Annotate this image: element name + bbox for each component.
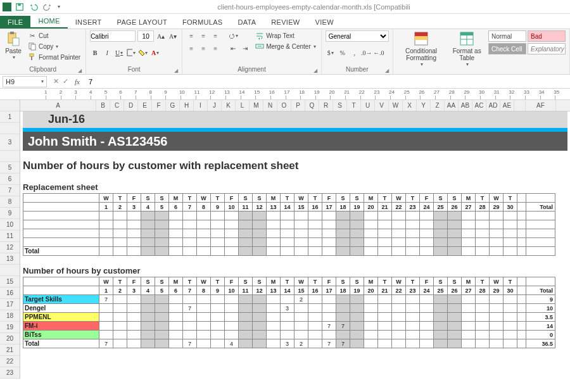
font-color-button[interactable]: A▾: [150, 47, 160, 58]
orientation-icon[interactable]: ⭯▾: [228, 30, 238, 41]
align-middle-icon[interactable]: ≡: [198, 30, 208, 41]
row-header[interactable]: 15: [0, 276, 20, 288]
align-center-icon[interactable]: ≡: [198, 43, 208, 53]
font-name-input[interactable]: [90, 30, 136, 42]
row-header[interactable]: 17: [0, 299, 20, 310]
format-painter-button[interactable]: Format Painter: [27, 52, 82, 62]
cut-button[interactable]: ✂Cut: [27, 30, 82, 41]
font-size-input[interactable]: [137, 30, 154, 42]
accounting-format-icon[interactable]: $▾: [326, 47, 336, 58]
column-header[interactable]: W: [389, 100, 403, 111]
worksheet-content[interactable]: ABCDEFGHIJKLMNOPQRSTUVWXYZAAABACADAEAF J…: [20, 100, 570, 379]
decrease-decimal-icon[interactable]: ←.0: [374, 47, 384, 58]
cancel-formula-icon[interactable]: ✕: [53, 77, 59, 85]
row-header[interactable]: 7: [0, 185, 20, 196]
save-icon[interactable]: [15, 3, 24, 11]
row-header[interactable]: 9: [0, 208, 20, 219]
column-header[interactable]: AC: [472, 100, 486, 111]
formula-input[interactable]: [86, 76, 570, 87]
column-header[interactable]: X: [403, 100, 417, 111]
column-header[interactable]: N: [263, 100, 277, 111]
row-header[interactable]: 5: [0, 162, 20, 174]
tab-page-layout[interactable]: PAGE LAYOUT: [110, 16, 175, 28]
redo-icon[interactable]: [43, 3, 52, 11]
row-header[interactable]: 18: [0, 310, 20, 322]
column-header[interactable]: AA: [445, 100, 459, 111]
align-top-icon[interactable]: ≡: [186, 30, 196, 41]
column-header[interactable]: E: [138, 100, 152, 111]
column-header[interactable]: K: [222, 100, 236, 111]
row-header[interactable]: 21: [0, 345, 20, 356]
tab-data[interactable]: DATA: [230, 16, 263, 28]
font-dialog-launcher-icon[interactable]: ◢: [174, 68, 178, 73]
number-dialog-launcher-icon[interactable]: ◢: [385, 68, 389, 73]
fx-icon[interactable]: fx: [72, 78, 82, 85]
alignment-dialog-launcher-icon[interactable]: ◢: [314, 68, 317, 73]
merge-center-button[interactable]: Merge & Center▾: [254, 41, 317, 51]
column-header[interactable]: R: [319, 100, 333, 111]
row-header[interactable]: 8: [0, 196, 20, 208]
enter-formula-icon[interactable]: ✓: [63, 77, 68, 85]
tab-home[interactable]: HOME: [30, 15, 67, 28]
column-header[interactable]: C: [110, 100, 124, 111]
increase-indent-icon[interactable]: ⇥: [240, 43, 250, 53]
format-as-table-button[interactable]: Format as Table▾: [449, 30, 484, 68]
column-header[interactable]: S: [333, 100, 347, 111]
column-header[interactable]: F: [152, 100, 166, 111]
increase-decimal-icon[interactable]: .0→: [362, 47, 372, 58]
row-header[interactable]: 6: [0, 174, 20, 185]
column-header[interactable]: AF: [526, 100, 556, 111]
column-header[interactable]: U: [361, 100, 375, 111]
align-bottom-icon[interactable]: ≡: [210, 30, 220, 41]
row-header[interactable]: 22: [0, 356, 20, 367]
increase-font-icon[interactable]: A▴: [156, 31, 166, 41]
tab-review[interactable]: REVIEW: [263, 16, 307, 28]
tab-formulas[interactable]: FORMULAS: [175, 16, 231, 28]
tab-file[interactable]: FILE: [0, 16, 30, 28]
column-header[interactable]: T: [347, 100, 361, 111]
bold-button[interactable]: B: [90, 47, 100, 58]
column-header[interactable]: O: [277, 100, 291, 111]
row-header[interactable]: 11: [0, 231, 20, 242]
column-header[interactable]: A: [20, 100, 96, 111]
percent-format-icon[interactable]: %: [338, 47, 348, 58]
fill-color-button[interactable]: ▾: [138, 47, 148, 58]
style-check-cell[interactable]: Check Cell: [488, 43, 526, 54]
row-header[interactable]: 1: [0, 111, 20, 123]
name-box-dropdown-icon[interactable]: ▾: [41, 79, 44, 84]
row-header[interactable]: 10: [0, 219, 20, 231]
row-header[interactable]: 16: [0, 288, 20, 299]
column-header[interactable]: Y: [417, 100, 431, 111]
decrease-font-icon[interactable]: A▾: [168, 31, 178, 41]
align-right-icon[interactable]: ≡: [210, 43, 220, 53]
conditional-formatting-button[interactable]: Conditional Formatting▾: [397, 30, 446, 68]
borders-button[interactable]: ▾: [126, 47, 136, 58]
row-header[interactable]: 12: [0, 242, 20, 253]
column-header[interactable]: J: [208, 100, 222, 111]
column-header[interactable]: P: [291, 100, 305, 111]
column-header[interactable]: G: [166, 100, 180, 111]
underline-button[interactable]: U▾: [114, 47, 124, 58]
column-header[interactable]: I: [194, 100, 208, 111]
wrap-text-button[interactable]: Wrap Text: [254, 30, 317, 41]
undo-icon[interactable]: [29, 3, 38, 11]
row-header[interactable]: 20: [0, 333, 20, 345]
column-header[interactable]: AB: [459, 100, 472, 111]
number-format-select[interactable]: General: [326, 30, 389, 42]
customers-table[interactable]: WTFSSMTWTFSSMTWTFSSMTWTFSSMTWT1234567891…: [23, 277, 555, 348]
align-left-icon[interactable]: ≡: [186, 43, 196, 53]
column-header[interactable]: H: [180, 100, 194, 111]
style-bad[interactable]: Bad: [528, 30, 566, 42]
row-header[interactable]: 19: [0, 322, 20, 333]
copy-button[interactable]: Copy▾: [27, 41, 82, 51]
comma-format-icon[interactable]: ,: [350, 47, 360, 58]
tab-insert[interactable]: INSERT: [68, 16, 110, 28]
row-header[interactable]: 3: [0, 134, 20, 151]
style-explanatory[interactable]: Explanatory: [528, 43, 566, 54]
column-header[interactable]: Q: [305, 100, 319, 111]
style-normal[interactable]: Normal: [488, 30, 526, 42]
column-header[interactable]: AE: [500, 100, 514, 111]
column-header[interactable]: [514, 100, 526, 111]
clipboard-dialog-launcher-icon[interactable]: ◢: [78, 68, 82, 73]
row-header[interactable]: [0, 151, 20, 162]
